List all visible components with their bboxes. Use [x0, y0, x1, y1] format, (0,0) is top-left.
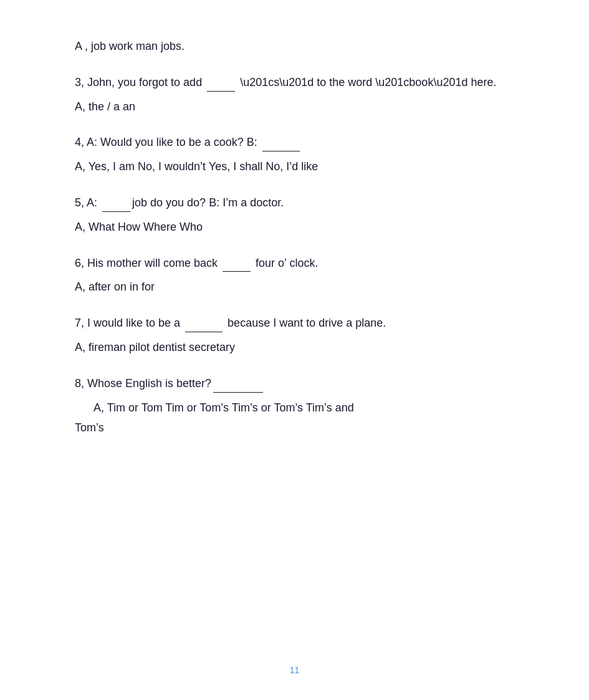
- question-1-block: A , job work man jobs.: [75, 37, 514, 55]
- question-7-block: 7, I would like to be a because I want t…: [75, 314, 514, 357]
- question-5-text: 5, A: job do you do? B: I’m a doctor.: [75, 193, 514, 212]
- page: A , job work man jobs. 3, John, you forg…: [0, 0, 589, 700]
- question-8-blank: [213, 374, 263, 393]
- page-number: 11: [290, 665, 300, 675]
- question-2-text: 3, John, you forgot to add \u201cs\u201d…: [75, 73, 514, 92]
- question-7-text: 7, I would like to be a because I want t…: [75, 314, 514, 332]
- question-6-text: 6, His mother will come back four o’ clo…: [75, 254, 514, 272]
- question-5-blank: [102, 193, 130, 212]
- question-4-options: A, Yes, I am No, I wouldn’t Yes, I shall…: [75, 158, 514, 176]
- question-8-options-line2: Tom’s: [75, 419, 514, 437]
- question-7-options: A, fireman pilot dentist secretary: [75, 338, 514, 357]
- question-4-blank: [262, 133, 300, 151]
- question-7-blank: [185, 314, 223, 332]
- question-2-block: 3, John, you forgot to add \u201cs\u201d…: [75, 73, 514, 116]
- question-2-options: A, the / a an: [75, 98, 514, 116]
- question-4-block: 4, A: Would you like to be a cook? B: A,…: [75, 133, 514, 176]
- question-4-text: 4, A: Would you like to be a cook? B:: [75, 133, 514, 151]
- question-8-block: 8, Whose English is better? A, Tim or To…: [75, 374, 514, 437]
- question-5-options: A, What How Where Who: [75, 218, 514, 236]
- question-6-blank: [223, 254, 251, 272]
- question-6-block: 6, His mother will come back four o’ clo…: [75, 254, 514, 297]
- question-2-blank: [207, 73, 235, 92]
- question-6-options: A, after on in for: [75, 278, 514, 296]
- question-8-options-line1: A, Tim or Tom Tim or Tom’s Tim’s or Tom’…: [75, 399, 514, 417]
- question-8-text: 8, Whose English is better?: [75, 374, 514, 393]
- question-1-options: A , job work man jobs.: [75, 37, 514, 55]
- question-5-block: 5, A: job do you do? B: I’m a doctor. A,…: [75, 193, 514, 236]
